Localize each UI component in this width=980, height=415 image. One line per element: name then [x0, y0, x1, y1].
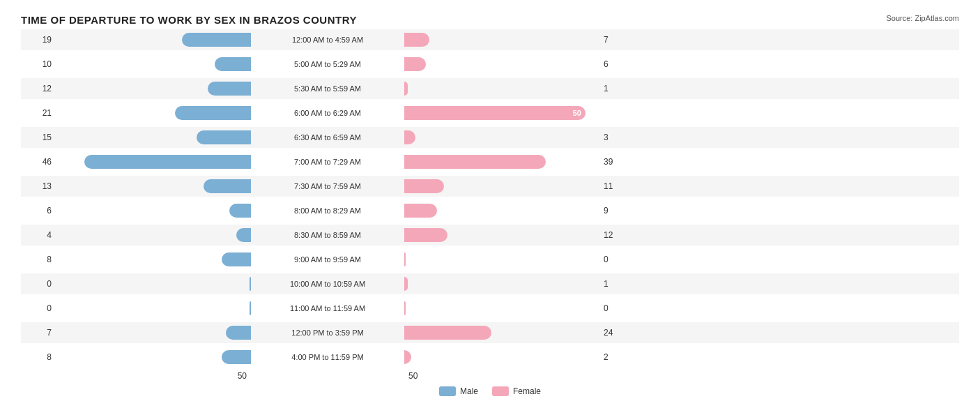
- male-value: 0: [21, 279, 56, 289]
- female-bar: [404, 252, 406, 266]
- chart-container: TIME OF DEPARTURE TO WORK BY SEX IN BRAZ…: [0, 0, 980, 415]
- female-value: 1: [599, 84, 634, 93]
- bar-row: 84:00 PM to 11:59 PM2: [21, 347, 959, 368]
- male-value: 19: [21, 35, 56, 45]
- female-bar: [404, 277, 408, 291]
- chart-area: 1912:00 AM to 4:59 AM7105:00 AM to 5:29 …: [21, 29, 959, 368]
- female-value: 39: [599, 157, 634, 167]
- female-bar-container: [404, 252, 599, 266]
- male-bar-container: [56, 228, 251, 242]
- male-value: 6: [21, 206, 56, 216]
- legend-male-box: [439, 386, 456, 396]
- female-bar: [404, 179, 444, 193]
- time-label: 9:00 AM to 9:59 AM: [251, 255, 404, 264]
- time-label: 5:00 AM to 5:29 AM: [251, 60, 404, 68]
- female-value: 7: [599, 35, 634, 45]
- male-bar: [182, 33, 251, 47]
- bar-row: 156:30 AM to 6:59 AM3: [21, 127, 959, 148]
- male-bar-container: [56, 57, 251, 71]
- bar-row: 48:30 AM to 8:59 AM12: [21, 225, 959, 246]
- female-value: 11: [599, 181, 634, 191]
- male-bar: [222, 252, 251, 266]
- female-bar: [404, 155, 546, 169]
- male-value: 12: [21, 84, 56, 93]
- male-bar: [226, 326, 251, 340]
- bar-row: 712:00 PM to 3:59 PM24: [21, 322, 959, 343]
- female-value: 9: [599, 206, 634, 216]
- time-label: 8:30 AM to 8:59 AM: [251, 231, 404, 239]
- female-value: 24: [599, 328, 634, 338]
- male-bar-container: [56, 277, 251, 291]
- male-value: 46: [21, 157, 56, 167]
- time-label: 6:00 AM to 6:29 AM: [251, 109, 404, 117]
- male-bar-container: [56, 130, 251, 144]
- female-value: 2: [599, 352, 634, 362]
- bar-row: 010:00 AM to 10:59 AM1: [21, 273, 959, 294]
- male-bar-container: [56, 179, 251, 193]
- male-bar: [204, 179, 251, 193]
- female-value: 0: [599, 303, 634, 313]
- female-bar: [404, 301, 406, 315]
- female-bar-container: [404, 204, 599, 218]
- chart-source: Source: ZipAtlas.com: [886, 14, 959, 22]
- time-label: 7:30 AM to 7:59 AM: [251, 182, 404, 190]
- female-bar-container: [404, 130, 599, 144]
- time-label: 12:00 PM to 3:59 PM: [251, 329, 404, 337]
- female-value: 12: [599, 230, 634, 240]
- female-bar-container: [404, 350, 599, 364]
- male-bar: [229, 204, 251, 218]
- axis-left: 50: [21, 371, 251, 381]
- bar-row: 011:00 AM to 11:59 AM0: [21, 298, 959, 319]
- female-value: 1: [599, 279, 634, 289]
- male-value: 15: [21, 133, 56, 142]
- time-label: 7:00 AM to 7:29 AM: [251, 158, 404, 166]
- male-value: 8: [21, 352, 56, 362]
- male-value: 10: [21, 59, 56, 69]
- time-label: 11:00 AM to 11:59 AM: [251, 304, 404, 312]
- female-bar-container: [404, 33, 599, 47]
- axis-right: 50: [404, 371, 634, 381]
- time-label: 4:00 PM to 11:59 PM: [251, 353, 404, 361]
- female-value: 3: [599, 133, 634, 142]
- male-bar: [208, 82, 251, 96]
- female-bar: 50: [404, 106, 585, 120]
- female-bar: [404, 57, 426, 71]
- bar-row: 137:30 AM to 7:59 AM11: [21, 176, 959, 197]
- male-bar-container: [56, 350, 251, 364]
- male-bar: [222, 350, 251, 364]
- chart-title: TIME OF DEPARTURE TO WORK BY SEX IN BRAZ…: [21, 14, 357, 26]
- time-label: 10:00 AM to 10:59 AM: [251, 280, 404, 288]
- time-label: 12:00 AM to 4:59 AM: [251, 36, 404, 44]
- male-value: 8: [21, 255, 56, 264]
- female-value: 6: [599, 59, 634, 69]
- legend-female-label: Female: [513, 386, 541, 396]
- axis-row: 50 50: [21, 371, 959, 381]
- male-bar-container: [56, 252, 251, 266]
- legend-female-item: Female: [492, 386, 541, 396]
- female-bar-container: [404, 57, 599, 71]
- female-value: 0: [599, 255, 634, 264]
- female-bar: [404, 204, 437, 218]
- male-bar-container: [56, 155, 251, 169]
- male-value: 0: [21, 303, 56, 313]
- legend-female-box: [492, 386, 509, 396]
- time-label: 8:00 AM to 8:29 AM: [251, 206, 404, 215]
- female-bar: [404, 130, 415, 144]
- male-bar: [236, 228, 251, 242]
- bar-row: 68:00 AM to 8:29 AM9: [21, 200, 959, 221]
- bar-row: 216:00 AM to 6:29 AM50: [21, 103, 959, 123]
- time-label: 5:30 AM to 5:59 AM: [251, 84, 404, 93]
- bar-row: 125:30 AM to 5:59 AM1: [21, 78, 959, 99]
- bar-row: 89:00 AM to 9:59 AM0: [21, 249, 959, 270]
- male-bar-container: [56, 204, 251, 218]
- female-bar-container: [404, 277, 599, 291]
- bar-row: 1912:00 AM to 4:59 AM7: [21, 29, 959, 50]
- bar-row: 467:00 AM to 7:29 AM39: [21, 151, 959, 172]
- male-bar-container: [56, 301, 251, 315]
- male-bar-container: [56, 33, 251, 47]
- female-bar-container: 50: [404, 106, 599, 120]
- legend-male-label: Male: [460, 386, 478, 396]
- female-bar-container: [404, 155, 599, 169]
- male-value: 13: [21, 181, 56, 191]
- female-bar: [404, 326, 491, 340]
